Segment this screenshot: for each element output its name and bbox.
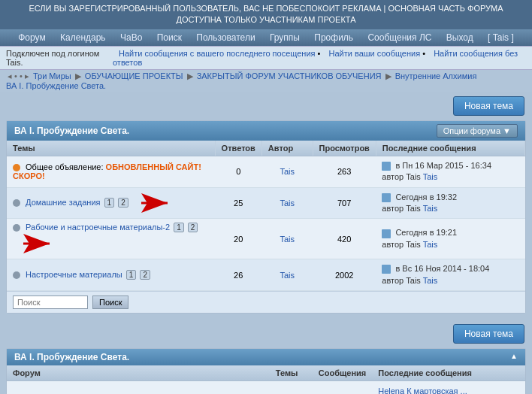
fl-last-author-link[interactable]: Helena К мартовская ... [378, 386, 467, 394]
last-msg-3-user-link[interactable]: Tais [423, 240, 438, 249]
table-row: Настроечные материалы 1 2 26 Tais 2002 в… [7, 259, 525, 291]
breadcrumb-va1[interactable]: ВА I. Пробуждение Света. [6, 81, 106, 90]
last-msg-4-line3: автор Tais [382, 276, 421, 285]
last-visit-link[interactable]: Найти сообщения с вашего последнего посе… [119, 49, 316, 58]
breadcrumb-obuchenie[interactable]: ОБУЧАЮЩИЕ ПРОЕКТЫ [85, 71, 183, 80]
fl-forum-cell: ВА I. Дневники [7, 381, 261, 394]
banner-text: ЕСЛИ ВЫ ЗАРЕГИСТРИРОВАННЫЙ ПОЛЬЗОВАТЕЛЬ,… [29, 4, 503, 24]
col-header-topics: Темы [7, 141, 215, 156]
table-row: Рабочие и настроечные материалы-2 1 2 20… [7, 219, 525, 259]
breadcrumb-nav-icons: ◂ • • ▸ [8, 71, 29, 80]
last-msg-4-line1: в Вс 16 Ноя 2014 - 18:04 [395, 264, 489, 273]
fl-last-cell: Helena К мартовская ... Сегодня в 13:59 … [372, 381, 525, 394]
author-link-1[interactable]: Tais [280, 167, 295, 176]
nav-logout[interactable]: Выход [446, 32, 473, 43]
topic-icon-announcement [13, 164, 20, 171]
last-msg-3: Сегодня в 19:21 автор Tais Tais [382, 227, 518, 250]
col-header-last: Последние сообщения [376, 141, 524, 156]
status-links: Найти сообщения с вашего последнего посе… [113, 49, 526, 67]
last-msg-1-line2: 16:34 [470, 161, 491, 170]
forum-list-header-row: Форум Темы Сообщения Последние сообщения [7, 365, 525, 381]
last-msg-2: Сегодня в 19:32 автор Tais Tais [382, 192, 518, 215]
topics-table: Темы Ответов Автор Просмотров Последние … [7, 141, 525, 291]
new-topic-button-top[interactable]: Новая тема [453, 96, 524, 116]
fl-col-topics: Темы [261, 365, 312, 381]
col-header-views: Просмотров [313, 141, 376, 156]
red-arrow-icon-3 [16, 232, 53, 255]
search-input[interactable] [13, 296, 88, 309]
your-messages-link[interactable]: Найти ваши сообщения [328, 49, 420, 58]
page-icon-2 [382, 193, 391, 202]
last-msg-cell-3: Сегодня в 19:21 автор Tais Tais [376, 219, 524, 259]
nav-users[interactable]: Пользователи [196, 32, 255, 43]
red-arrow-icon-2 [134, 192, 171, 214]
new-topic-button-bottom[interactable]: Новая тема [453, 324, 524, 344]
top-banner: ЕСЛИ ВЫ ЗАРЕГИСТРИРОВАННЫЙ ПОЛЬЗОВАТЕЛЬ,… [0, 0, 532, 29]
replies-cell-1: 0 [215, 156, 261, 187]
replies-cell-3: 20 [215, 219, 261, 259]
collapse-arrow[interactable]: ▲ [510, 352, 518, 362]
last-msg-4-user-link[interactable]: Tais [423, 276, 438, 285]
topic-link-4[interactable]: Настроечные материалы [26, 270, 122, 279]
search-bar: Поиск [7, 291, 525, 313]
table-row: Общее объявление: ОБНОВЛЕННЫЙ САЙТ! СКОР… [7, 156, 525, 187]
nav-faq[interactable]: ЧаВо [120, 32, 142, 43]
breadcrumb-zakrit[interactable]: ЗАКРЫТЫЙ ФОРУМ УЧАСТНИКОВ ОБУЧЕНИЯ [197, 71, 382, 80]
nav-profile[interactable]: Профиль [314, 32, 353, 43]
views-cell-4: 2002 [313, 259, 376, 291]
page-btn-3-2[interactable]: 2 [188, 223, 198, 232]
table-header-row: Темы Ответов Автор Просмотров Последние … [7, 141, 525, 156]
forum-options-button[interactable]: Опции форума ▼ [437, 124, 518, 138]
fl-last-msg: Helena К мартовская ... Сегодня в 13:59 … [378, 386, 519, 394]
breadcrumb-trimir[interactable]: Три Миры [33, 71, 71, 80]
breadcrumb: ◂ • • ▸ Три Миры ▶ ОБУЧАЮЩИЕ ПРОЕКТЫ ▶ З… [0, 70, 532, 92]
status-bar: Подключен под логином Tais. Найти сообще… [0, 46, 532, 70]
last-msg-1: в Пн 16 Мар 2015 - 16:34 автор Tais Tais [382, 160, 518, 183]
last-msg-1-line3: автор Tais [382, 172, 421, 181]
last-msg-cell-2: Сегодня в 19:32 автор Tais Tais [376, 187, 524, 219]
last-msg-3-line3: автор Tais [382, 240, 421, 249]
forum-list-header: ВА I. Пробуждение Света. ▲ [7, 349, 525, 365]
search-button[interactable]: Поиск [92, 296, 128, 309]
fl-col-forum: Форум [7, 365, 261, 381]
topic-cell-1: Общее объявление: ОБНОВЛЕННЫЙ САЙТ! СКОР… [7, 156, 215, 187]
nav-search[interactable]: Поиск [157, 32, 182, 43]
page-btn-3-1[interactable]: 1 [174, 223, 184, 232]
author-link-2[interactable]: Tais [280, 199, 295, 208]
nav-messages[interactable]: Сообщения ЛС [367, 32, 431, 43]
nav-forum[interactable]: Форум [18, 32, 45, 43]
author-link-3[interactable]: Tais [280, 235, 295, 244]
topic-link-3[interactable]: Рабочие и настроечные материалы-2 [26, 223, 170, 232]
fl-messages-cell: 464 [313, 381, 372, 394]
nav-groups[interactable]: Группы [270, 32, 300, 43]
col-header-author: Автор [261, 141, 313, 156]
replies-cell-2: 25 [215, 187, 261, 219]
last-msg-1-user-link[interactable]: Tais [423, 172, 438, 181]
table-row: Домашние задания 1 2 25 Tais 707 Сегодня… [7, 187, 525, 219]
topic-cell-2: Домашние задания 1 2 [7, 187, 215, 219]
replies-cell-4: 26 [215, 259, 261, 291]
forum-list-title: ВА I. Пробуждение Света. [14, 352, 129, 362]
nav-user-tais[interactable]: [ Tais ] [488, 32, 514, 43]
forum-list-row: ВА I. Дневники 37 464 Helena К мартовска… [7, 381, 525, 394]
last-msg-1-line1: в Пн 16 Мар 2015 - [395, 161, 468, 170]
forum-section-title: ВА I. Пробуждение Света. [14, 126, 129, 136]
author-link-4[interactable]: Tais [280, 271, 295, 280]
topic-prefix-1: Общее объявление: [26, 162, 103, 171]
author-cell-4: Tais [261, 259, 313, 291]
nav-calendar[interactable]: Календарь [60, 32, 106, 43]
forum-list-section: ВА I. Пробуждение Света. ▲ Форум Темы Со… [6, 348, 526, 394]
page-btn-2-2[interactable]: 2 [118, 198, 128, 208]
page-icon-1 [382, 162, 391, 171]
page-btn-2-1[interactable]: 1 [104, 198, 115, 208]
topic-link-2[interactable]: Домашние задания [26, 198, 100, 207]
logged-in-text: Подключен под логином Tais. [6, 49, 113, 67]
last-msg-2-user-link[interactable]: Tais [423, 204, 438, 213]
page-btn-4-2[interactable]: 2 [140, 270, 150, 280]
topic-icon-3 [13, 224, 20, 232]
breadcrumb-vnutr[interactable]: Внутренние Алхимия [395, 71, 477, 80]
forum-section-header: ВА I. Пробуждение Света. Опции форума ▼ [7, 121, 525, 141]
fl-col-messages: Сообщения [313, 365, 372, 381]
page-btn-4-1[interactable]: 1 [126, 270, 137, 280]
page-icon-3 [382, 229, 391, 238]
